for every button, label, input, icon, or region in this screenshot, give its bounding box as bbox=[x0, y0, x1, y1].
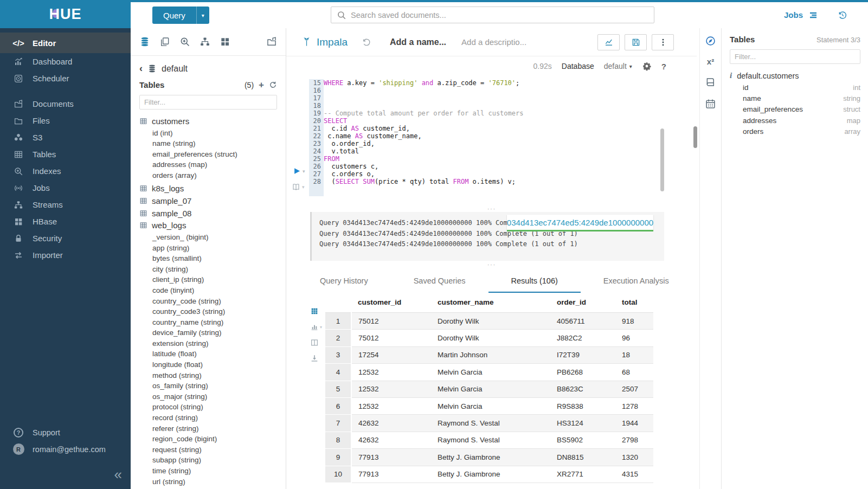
column-item[interactable]: latitude (float) bbox=[139, 349, 286, 359]
column-item[interactable]: _version_ (bigint) bbox=[139, 232, 286, 243]
column-item[interactable]: city (string) bbox=[139, 264, 286, 275]
sidebar-item-s3[interactable]: S3 bbox=[0, 129, 131, 146]
snippet-history-icon[interactable] bbox=[362, 37, 371, 47]
tab-results-106[interactable]: Results (106) bbox=[488, 271, 581, 293]
tables-filter-input[interactable] bbox=[139, 95, 277, 110]
save-button[interactable] bbox=[625, 34, 647, 50]
apps-icon[interactable] bbox=[220, 36, 230, 47]
column-item[interactable]: namestring bbox=[730, 93, 860, 104]
sidebar-item-scheduler[interactable]: Scheduler bbox=[0, 70, 131, 87]
engine-selector[interactable]: Impala bbox=[301, 36, 348, 48]
column-header-customer-id[interactable]: customer_id bbox=[351, 294, 431, 313]
editor-assistant-icon[interactable] bbox=[705, 35, 716, 47]
assist-table-web-logs[interactable]: web_logs bbox=[139, 219, 286, 231]
sidebar-item-tables[interactable]: Tables bbox=[0, 146, 131, 163]
column-item[interactable]: user_agent (string) bbox=[139, 487, 286, 489]
code-editor[interactable]: ▾ ▾ 1516171819202122232425262728 WHERE a… bbox=[286, 76, 697, 205]
column-item[interactable]: method (string) bbox=[139, 370, 286, 381]
assist-table-customers[interactable]: customers bbox=[139, 115, 286, 127]
chart-options-caret[interactable]: ▾ bbox=[320, 325, 322, 330]
column-item[interactable]: ordersarray bbox=[730, 126, 860, 137]
language-reference-icon[interactable] bbox=[705, 76, 716, 88]
book-options-caret[interactable]: ▾ bbox=[302, 184, 305, 190]
right-filter-input[interactable] bbox=[730, 49, 860, 64]
sitemap-icon[interactable] bbox=[200, 36, 210, 47]
search-input[interactable] bbox=[351, 11, 648, 20]
sidebar-item-files[interactable]: Files bbox=[0, 112, 131, 129]
column-item[interactable]: email_preferences (struct) bbox=[139, 149, 286, 160]
explain-book-icon[interactable]: ▾ bbox=[292, 183, 305, 191]
column-item[interactable]: code (tinyint) bbox=[139, 285, 286, 296]
column-item[interactable]: addressesmap bbox=[730, 115, 860, 126]
execute-options-caret[interactable]: ▾ bbox=[303, 169, 305, 174]
settings-gear-icon[interactable] bbox=[642, 61, 652, 71]
column-item[interactable]: country_code3 (string) bbox=[139, 306, 286, 317]
code-content[interactable]: WHERE a.key = 'shipping' and a.zip_code … bbox=[324, 79, 659, 185]
query-description-field[interactable]: Add a descriptio... bbox=[461, 37, 526, 47]
column-item[interactable]: record (string) bbox=[139, 413, 286, 423]
zoom-icon[interactable] bbox=[179, 36, 190, 47]
jobs-list-icon[interactable] bbox=[808, 10, 818, 20]
column-item[interactable]: name (string) bbox=[139, 138, 286, 149]
column-item[interactable]: device_family (string) bbox=[139, 327, 286, 338]
column-item[interactable]: subapp (string) bbox=[139, 455, 286, 466]
sidebar-item-indexes[interactable]: Indexes bbox=[0, 163, 131, 179]
column-item[interactable]: addresses (map) bbox=[139, 159, 286, 170]
functions-icon[interactable]: x² bbox=[707, 57, 714, 66]
query-dropdown-caret[interactable]: ▾ bbox=[196, 7, 209, 24]
new-query-button[interactable]: Query ▾ bbox=[152, 7, 209, 24]
resize-handle-bottom[interactable]: ··· bbox=[286, 261, 697, 268]
hue-logo[interactable]: HUE bbox=[0, 0, 131, 28]
execute-query-button[interactable]: ▾ bbox=[293, 167, 305, 175]
column-item[interactable]: request (string) bbox=[139, 445, 286, 455]
column-item[interactable]: longitude (float) bbox=[139, 359, 286, 370]
column-item[interactable]: region_code (bigint) bbox=[139, 434, 286, 445]
assist-table-sample-08[interactable]: sample_08 bbox=[139, 207, 286, 220]
column-item[interactable]: country_code (string) bbox=[139, 296, 286, 307]
breadcrumb-database[interactable]: default bbox=[162, 64, 188, 74]
column-item[interactable]: os_major (string) bbox=[139, 391, 286, 402]
column-item[interactable]: os_family (string) bbox=[139, 381, 286, 391]
sidebar-item-importer[interactable]: Importer bbox=[0, 247, 131, 263]
grid-view-icon[interactable] bbox=[310, 307, 319, 316]
sidebar-item-hbase[interactable]: HBase bbox=[0, 213, 131, 230]
chart-view-icon[interactable] bbox=[310, 323, 319, 331]
assist-table-k8s-logs[interactable]: k8s_logs bbox=[139, 183, 286, 195]
editor-scrollbar[interactable] bbox=[660, 128, 664, 191]
more-actions-button[interactable] bbox=[652, 34, 674, 50]
column-header-total[interactable]: total bbox=[615, 294, 653, 313]
tab-saved-queries[interactable]: Saved Queries bbox=[391, 271, 488, 293]
columns-icon[interactable] bbox=[310, 338, 319, 347]
sidebar-item-security[interactable]: Security bbox=[0, 230, 131, 247]
column-item[interactable]: client_ip (string) bbox=[139, 274, 286, 285]
tab-execution-analysis[interactable]: Execution Analysis bbox=[581, 271, 692, 293]
collapse-sidebar-button[interactable]: « bbox=[114, 467, 122, 481]
column-item[interactable]: id (int) bbox=[139, 128, 286, 139]
sidebar-item-dashboard[interactable]: Dashboard bbox=[0, 53, 131, 70]
column-item[interactable]: protocol (string) bbox=[139, 402, 286, 413]
column-item[interactable]: idint bbox=[730, 82, 860, 93]
column-item[interactable]: app (string) bbox=[139, 243, 286, 254]
column-item[interactable]: bytes (smallint) bbox=[139, 253, 286, 264]
documents-icon[interactable] bbox=[159, 36, 170, 47]
column-item[interactable]: country_name (string) bbox=[139, 317, 286, 328]
column-item[interactable]: time (string) bbox=[139, 466, 286, 477]
assist-table-sample-07[interactable]: sample_07 bbox=[139, 195, 286, 207]
sidebar-item-documents[interactable]: Documents bbox=[0, 95, 131, 112]
column-item[interactable]: email_preferencesstruct bbox=[730, 104, 860, 115]
column-item[interactable]: url (string) bbox=[139, 477, 286, 487]
sidebar-item-streams[interactable]: Streams bbox=[0, 196, 131, 213]
column-item[interactable]: orders (array) bbox=[139, 170, 286, 181]
column-header-order-id[interactable]: order_id bbox=[550, 294, 615, 313]
sidebar-item-editor[interactable]: </>Editor bbox=[0, 33, 131, 53]
help-question-icon[interactable]: ? bbox=[661, 62, 666, 71]
databases-icon[interactable] bbox=[139, 36, 150, 47]
column-item[interactable]: referer (string) bbox=[139, 423, 286, 434]
resize-handle-top[interactable]: ··· bbox=[286, 205, 697, 212]
query-history-icon[interactable] bbox=[838, 10, 847, 20]
projects-icon[interactable] bbox=[266, 36, 277, 47]
jobs-link[interactable]: Jobs bbox=[784, 10, 803, 20]
database-dropdown[interactable]: default ▾ bbox=[604, 62, 632, 70]
sidebar-item-support[interactable]: ? Support bbox=[0, 424, 131, 441]
refresh-icon[interactable] bbox=[269, 81, 277, 89]
